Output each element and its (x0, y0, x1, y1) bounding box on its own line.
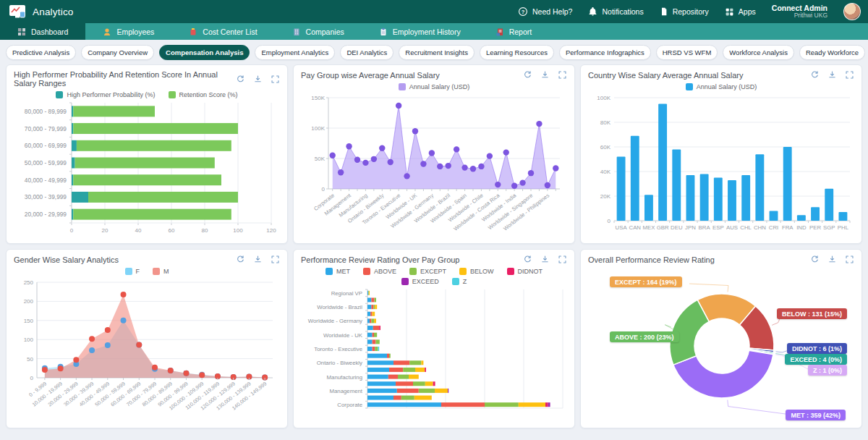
expand-icon[interactable] (558, 70, 567, 80)
download-icon[interactable] (540, 70, 550, 80)
download-icon[interactable] (540, 255, 550, 264)
module-nav: DashboardEmployeesCost Center ListCompan… (0, 23, 868, 40)
companies-icon (292, 28, 301, 36)
legend-item-annual-salary-usd[interactable]: Annual Salary (USD) (686, 83, 757, 90)
legend-item-m[interactable]: M (153, 268, 169, 275)
svg-text:Worldwide - Germany: Worldwide - Germany (308, 318, 362, 324)
nav-item-employment-history[interactable]: Employment History (362, 23, 478, 40)
legend-item-exceed[interactable]: EXCEED (401, 278, 439, 285)
legend-label: MET (336, 268, 350, 275)
card-head: Pay Group wise Average Annual Salary (294, 65, 574, 82)
card-pay-group-avg-salary: Pay Group wise Average Annual SalaryAnnu… (293, 64, 575, 244)
tab-employment-analytics[interactable]: Employment Analytics (255, 45, 335, 60)
card-body: Annual Salary (USD)050K100K150KCorporate… (294, 83, 574, 240)
topbar-item-label: Need Help? (532, 7, 572, 16)
expand-icon[interactable] (558, 255, 567, 264)
download-icon[interactable] (827, 70, 837, 80)
topbar-item-notifications[interactable]: Notifications (588, 7, 643, 17)
refresh-icon[interactable] (236, 75, 245, 84)
legend-item-f[interactable]: F (125, 268, 140, 275)
refresh-icon[interactable] (810, 255, 820, 264)
nav-item-dashboard[interactable]: Dashboard (0, 23, 85, 40)
cards-grid: High Performer Probability And Retention… (0, 63, 868, 434)
legend-swatch (125, 268, 132, 275)
svg-text:20: 20 (102, 227, 109, 234)
legend-item-retention-score[interactable]: Retention Score (%) (169, 91, 238, 98)
card-actions (523, 70, 567, 80)
download-icon[interactable] (827, 255, 837, 264)
nav-item-report[interactable]: Report (478, 23, 550, 40)
chart-legend: FM (14, 268, 280, 275)
legend-item-below[interactable]: BELOW (459, 268, 494, 275)
download-icon[interactable] (253, 255, 263, 264)
legend-item-above[interactable]: ABOVE (363, 268, 396, 275)
report-icon (495, 28, 504, 36)
legend-swatch (399, 83, 406, 90)
refresh-icon[interactable] (810, 70, 820, 80)
svg-text:CHN: CHN (754, 224, 766, 231)
svg-text:100K: 100K (597, 95, 610, 101)
tab-company-overview[interactable]: Company Overview (81, 45, 154, 60)
expand-icon[interactable] (271, 255, 280, 264)
card-title: Performance Review Rating Over Pay Group (301, 255, 459, 264)
analytico-logo-icon (9, 4, 26, 19)
legend-item-met[interactable]: MET (326, 268, 350, 275)
svg-text:MEX: MEX (642, 224, 655, 231)
svg-text:Worldwide - Brazil: Worldwide - Brazil (317, 304, 362, 310)
download-icon[interactable] (253, 75, 263, 84)
expand-icon[interactable] (845, 255, 854, 264)
nav-item-employees[interactable]: Employees (85, 23, 171, 40)
legend-swatch (409, 268, 417, 275)
tab-predictive-analysis[interactable]: Predictive Analysis (6, 45, 76, 60)
refresh-icon[interactable] (523, 255, 532, 264)
tab-learning-resources[interactable]: Learning Resources (480, 45, 554, 60)
donut-callout-exceed: EXCEED : 4 (0%) (785, 354, 847, 365)
legend-label: F (136, 268, 140, 275)
topbar-item-repository[interactable]: Repository (660, 7, 709, 17)
expand-icon[interactable] (845, 70, 854, 80)
legend-item-high-performer-probability[interactable]: High Performer Probability (%) (56, 91, 155, 98)
avatar[interactable] (843, 3, 861, 20)
svg-text:CAN: CAN (629, 224, 641, 231)
legend-item-except[interactable]: EXCEPT (409, 268, 446, 275)
tab-hrsd-vs-wfm[interactable]: HRSD VS WFM (656, 45, 718, 60)
svg-text:60K: 60K (600, 144, 611, 151)
card-title: Pay Group wise Average Annual Salary (301, 71, 440, 80)
card-head: Gender Wise Salary Analytics (7, 250, 287, 266)
nav-item-cost-center-list[interactable]: Cost Center List (171, 23, 274, 40)
tab-workforce-analysis[interactable]: Workforce Analysis (723, 45, 794, 60)
card-body: High Performer Probability (%)Retention … (7, 91, 287, 244)
refresh-icon[interactable] (236, 255, 245, 264)
svg-text:40: 40 (135, 227, 142, 234)
tab-dei-analytics[interactable]: DEI Analytics (340, 45, 393, 60)
legend-item-z[interactable]: Z (452, 278, 467, 285)
refresh-icon[interactable] (523, 70, 532, 80)
svg-text:BRA: BRA (699, 224, 711, 231)
nav-item-companies[interactable]: Companies (275, 23, 362, 40)
tab-performance-infographics[interactable]: Performance Infographics (559, 45, 651, 60)
expand-icon[interactable] (271, 75, 280, 84)
card-title: Country Wise Salary Average Annual Salar… (588, 71, 743, 80)
tab-ready-workforce[interactable]: Ready Workforce (799, 45, 865, 60)
chart-high-performer-retention: 02040608010012080,000 - 89,99970,000 - 7… (14, 100, 281, 240)
legend-item-annual-salary-usd[interactable]: Annual Salary (USD) (399, 83, 470, 90)
topbar-item-need-help[interactable]: ?Need Help? (518, 7, 572, 17)
svg-text:80K: 80K (600, 119, 611, 126)
donut-callout-z: Z : 1 (0%) (808, 365, 847, 376)
tab-recruitment-insights[interactable]: Recruitment Insights (399, 45, 475, 60)
svg-text:30,000 - 39,999: 30,000 - 39,999 (25, 193, 67, 200)
svg-text:60,000 - 69,999: 60,000 - 69,999 (25, 142, 67, 149)
topbar-item-apps[interactable]: Apps (725, 7, 756, 17)
card-high-performer-retention: High Performer Probability And Retention… (6, 64, 288, 244)
chart-legend: Annual Salary (USD) (301, 83, 567, 90)
topbar-item-label: Apps (739, 7, 756, 16)
svg-text:AUS: AUS (726, 224, 738, 231)
nav-item-label: Employees (116, 28, 154, 36)
user-menu[interactable]: Connect Admin Prithwi UKG (772, 4, 827, 20)
svg-text:PER: PER (809, 224, 821, 231)
legend-item-didnot[interactable]: DIDNOT (507, 268, 543, 275)
card-overall-perf-review: Overall Performance Review RatingEXCEPT … (580, 249, 862, 428)
svg-text:100K: 100K (311, 125, 325, 132)
card-head: Country Wise Salary Average Annual Salar… (581, 65, 861, 82)
tab-compensation-analysis[interactable]: Compensation Analysis (159, 45, 250, 60)
